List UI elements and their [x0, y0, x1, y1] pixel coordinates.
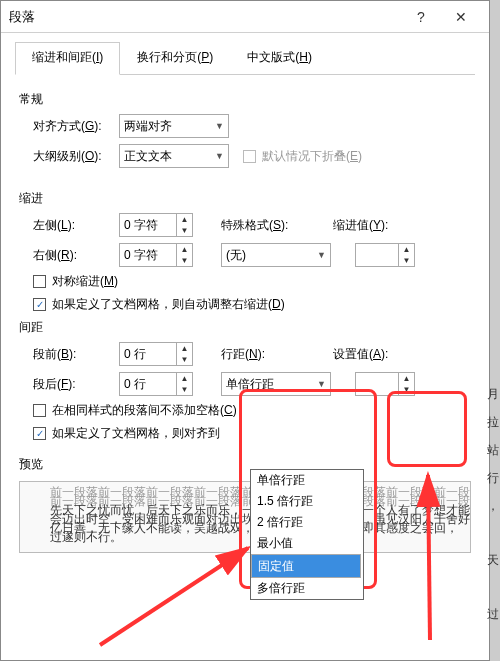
- right-indent-label: 右侧(R):: [33, 247, 119, 264]
- left-indent-spinner[interactable]: 0 字符 ▲▼: [119, 213, 193, 237]
- checkbox-icon: [243, 150, 256, 163]
- no-space-same-checkbox[interactable]: 在相同样式的段落间不添加空格(C): [33, 402, 237, 419]
- line-spacing-select[interactable]: 单倍行距▼: [221, 372, 331, 396]
- line-spacing-dropdown[interactable]: 单倍行距 1.5 倍行距 2 倍行距 最小值 固定值 多倍行距: [250, 469, 364, 600]
- checkbox-checked-icon: ✓: [33, 298, 46, 311]
- special-label: 特殊格式(S):: [221, 217, 309, 234]
- before-spinner[interactable]: 0 行 ▲▼: [119, 342, 193, 366]
- left-indent-label: 左侧(L):: [33, 217, 119, 234]
- indent-val-spinner[interactable]: ▲▼: [355, 243, 415, 267]
- ls-option-selected[interactable]: 固定值: [251, 554, 361, 578]
- ls-option[interactable]: 2 倍行距: [251, 512, 363, 533]
- line-spacing-label: 行距(N):: [221, 346, 309, 363]
- up-arrow-icon[interactable]: ▲: [177, 343, 192, 354]
- dialog-title: 段落: [9, 8, 401, 26]
- checkbox-icon: [33, 404, 46, 417]
- set-val-label: 设置值(A):: [333, 346, 405, 363]
- close-button[interactable]: ✕: [441, 9, 481, 25]
- outline-label: 大纲级别(O):: [33, 148, 119, 165]
- right-indent-spinner[interactable]: 0 字符 ▲▼: [119, 243, 193, 267]
- up-arrow-icon[interactable]: ▲: [399, 244, 414, 255]
- up-arrow-icon[interactable]: ▲: [177, 373, 192, 384]
- collapse-checkbox: 默认情况下折叠(E): [243, 148, 362, 165]
- sym-indent-checkbox[interactable]: 对称缩进(M): [33, 273, 118, 290]
- up-arrow-icon[interactable]: ▲: [177, 214, 192, 225]
- down-arrow-icon[interactable]: ▼: [177, 225, 192, 236]
- paragraph-dialog: 段落 ? ✕ 缩进和间距(I) 换行和分页(P) 中文版式(H) 常规 对齐方式…: [0, 0, 490, 661]
- tab-strip: 缩进和间距(I) 换行和分页(P) 中文版式(H): [15, 41, 475, 75]
- ls-option[interactable]: 最小值: [251, 533, 363, 554]
- grid-indent-checkbox[interactable]: ✓ 如果定义了文档网格，则自动调整右缩进(D): [33, 296, 285, 313]
- set-val-spinner[interactable]: ▲▼: [355, 372, 415, 396]
- chevron-down-icon: ▼: [317, 379, 326, 389]
- align-label: 对齐方式(G):: [33, 118, 119, 135]
- after-label: 段后(F):: [33, 376, 119, 393]
- help-button[interactable]: ?: [401, 9, 441, 25]
- titlebar: 段落 ? ✕: [1, 1, 489, 33]
- up-arrow-icon[interactable]: ▲: [399, 373, 414, 384]
- up-arrow-icon[interactable]: ▲: [177, 244, 192, 255]
- ls-option[interactable]: 多倍行距: [251, 578, 363, 599]
- down-arrow-icon[interactable]: ▼: [177, 354, 192, 365]
- grid-snap-checkbox[interactable]: ✓ 如果定义了文档网格，则对齐到: [33, 425, 220, 442]
- section-general: 常规: [19, 91, 471, 108]
- before-label: 段前(B):: [33, 346, 119, 363]
- down-arrow-icon[interactable]: ▼: [399, 255, 414, 266]
- ls-option[interactable]: 单倍行距: [251, 470, 363, 491]
- down-arrow-icon[interactable]: ▼: [177, 384, 192, 395]
- section-spacing: 间距: [19, 319, 471, 336]
- dialog-body: 常规 对齐方式(G): 两端对齐▼ 大纲级别(O): 正文文本▼ 默认情况下折叠…: [1, 75, 489, 563]
- chevron-down-icon: ▼: [215, 151, 224, 161]
- down-arrow-icon[interactable]: ▼: [177, 255, 192, 266]
- tab-line-page-breaks[interactable]: 换行和分页(P): [120, 42, 230, 75]
- tab-asian-typography[interactable]: 中文版式(H): [230, 42, 329, 75]
- preview-box: 前一段落前一段落前一段落前一段落前一段落前一段落前一段落前一段落前一段落 前一段…: [19, 481, 471, 553]
- ls-option[interactable]: 1.5 倍行距: [251, 491, 363, 512]
- tab-indent-spacing[interactable]: 缩进和间距(I): [15, 42, 120, 75]
- special-select[interactable]: (无)▼: [221, 243, 331, 267]
- background-text: 月 拉 站 行 ， 天 过: [486, 380, 500, 628]
- after-spinner[interactable]: 0 行 ▲▼: [119, 372, 193, 396]
- align-select[interactable]: 两端对齐▼: [119, 114, 229, 138]
- indent-val-label: 缩进值(Y):: [333, 217, 405, 234]
- section-preview: 预览: [19, 456, 471, 473]
- outline-select[interactable]: 正文文本▼: [119, 144, 229, 168]
- checkbox-checked-icon: ✓: [33, 427, 46, 440]
- chevron-down-icon: ▼: [215, 121, 224, 131]
- section-indent: 缩进: [19, 190, 471, 207]
- chevron-down-icon: ▼: [317, 250, 326, 260]
- down-arrow-icon[interactable]: ▼: [399, 384, 414, 395]
- checkbox-icon: [33, 275, 46, 288]
